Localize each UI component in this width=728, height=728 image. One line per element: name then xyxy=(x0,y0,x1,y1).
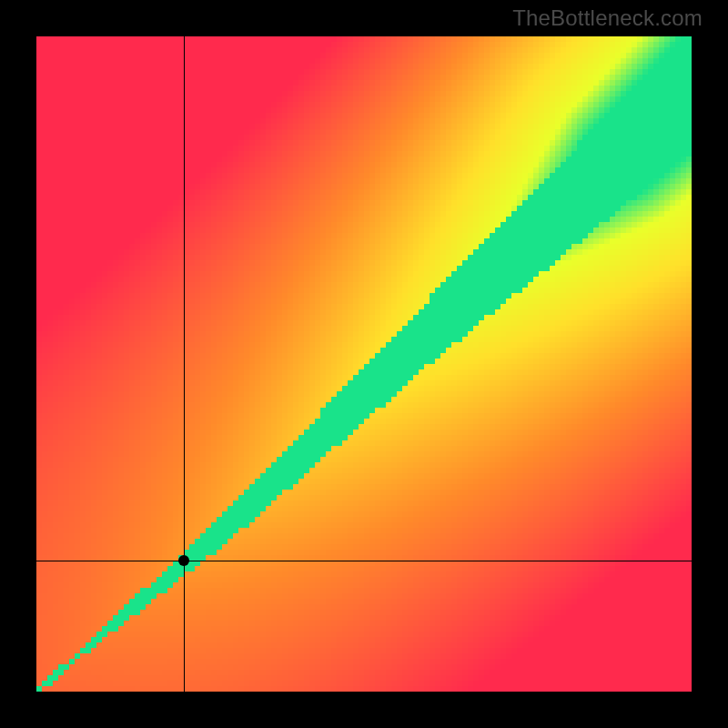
chart-frame: TheBottleneck.com xyxy=(0,0,728,728)
heatmap-plot-area xyxy=(36,36,692,692)
crosshair-vertical-line xyxy=(184,36,185,692)
heatmap-canvas xyxy=(36,36,692,692)
crosshair-horizontal-line xyxy=(36,561,692,561)
selection-marker-dot xyxy=(178,555,189,566)
watermark-text: TheBottleneck.com xyxy=(512,5,703,31)
